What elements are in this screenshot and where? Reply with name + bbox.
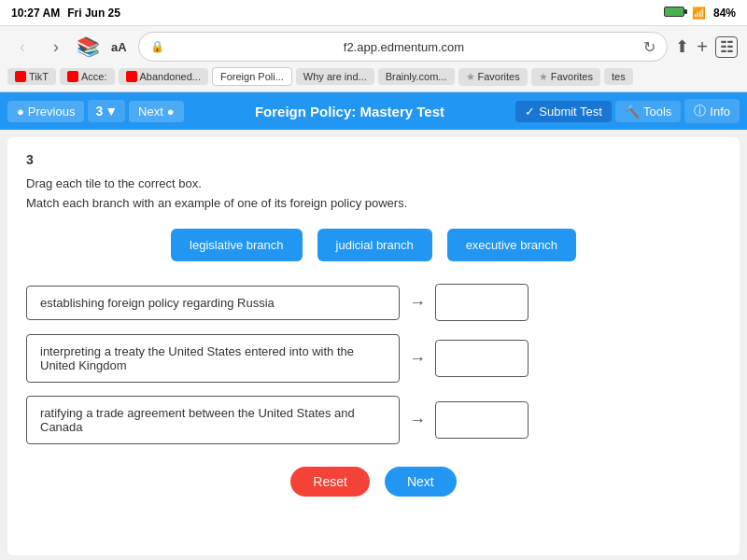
tab-favorites-1[interactable]: ★ Favorites	[458, 68, 528, 86]
check-icon: ✓	[525, 105, 535, 119]
reset-button[interactable]: Reset	[290, 467, 370, 497]
browser-top-bar: ‹ › 📚 aA 🔒 f2.app.edmentum.com ↻ ⬆ + ☷	[0, 26, 747, 67]
prompt-text: Match each branch with an example of one…	[26, 196, 721, 210]
browser-chrome: ‹ › 📚 aA 🔒 f2.app.edmentum.com ↻ ⬆ + ☷ T…	[0, 26, 747, 92]
reload-icon[interactable]: ↻	[643, 38, 655, 56]
app-toolbar: ● Previous 3 ▼ Next ● Foreign Policy: Ma…	[0, 92, 747, 130]
url-text: f2.app.edmentum.com	[170, 40, 639, 54]
drop-box-1[interactable]	[435, 284, 529, 321]
tile-executive[interactable]: executive branch	[447, 229, 576, 261]
chevron-down-icon: ▼	[105, 104, 118, 119]
forward-button[interactable]: ›	[43, 34, 69, 60]
next-button-toolbar[interactable]: Next ●	[129, 101, 184, 122]
toolbar-right-controls: ✓ Submit Test 🔨 Tools ⓘ Info	[515, 99, 740, 123]
youtube-icon	[15, 71, 26, 82]
battery-icon	[664, 7, 684, 20]
tools-button[interactable]: 🔨 Tools	[615, 101, 681, 122]
tabs-overview-icon[interactable]: ☷	[715, 36, 738, 58]
submit-test-button[interactable]: ✓ Submit Test	[515, 101, 612, 122]
arrow-icon-3: →	[409, 411, 426, 430]
new-tab-icon[interactable]: +	[697, 36, 708, 58]
url-bar[interactable]: 🔒 f2.app.edmentum.com ↻	[138, 32, 669, 62]
tile-judicial[interactable]: judicial branch	[317, 229, 432, 261]
tiles-container: legislative branch judicial branch execu…	[26, 229, 721, 261]
tab-tikt[interactable]: TikT	[7, 68, 56, 85]
star-icon: ★	[466, 71, 475, 83]
wrench-icon: 🔨	[625, 105, 640, 119]
drop-box-2[interactable]	[435, 340, 529, 377]
tab-bar: TikT Acce: Abandoned... Foreign Poli... …	[0, 67, 747, 91]
tab-tes[interactable]: tes	[604, 68, 633, 85]
item-label-2: interpreting a treaty the United States …	[26, 334, 400, 383]
arrow-icon-1: →	[409, 293, 426, 313]
status-bar: 10:27 AM Fri Jun 25 📶 84%	[0, 0, 747, 26]
next-icon: ●	[167, 105, 175, 119]
drop-row-2: interpreting a treaty the United States …	[26, 334, 721, 383]
info-button[interactable]: ⓘ Info	[684, 99, 740, 123]
tab-why[interactable]: Why are ind...	[296, 68, 374, 85]
youtube-icon-2	[67, 71, 78, 82]
question-number-selector[interactable]: 3 ▼	[88, 100, 125, 122]
tab-foreign-poli[interactable]: Foreign Poli...	[212, 67, 292, 86]
back-button[interactable]: ‹	[9, 34, 35, 60]
font-size-label[interactable]: aA	[107, 40, 131, 54]
tab-brainly[interactable]: Brainly.com...	[378, 68, 455, 85]
wifi-icon: 📶	[692, 7, 706, 20]
main-content: 3 Drag each tile to the correct box. Mat…	[7, 137, 740, 555]
arrow-icon-2: →	[409, 349, 426, 369]
previous-button[interactable]: ● Previous	[7, 101, 84, 122]
lock-icon: 🔒	[150, 40, 164, 53]
question-number: 3	[26, 152, 721, 167]
item-label-3: ratifying a trade agreement between the …	[26, 396, 400, 444]
drop-row-3: ratifying a trade agreement between the …	[26, 396, 721, 444]
drop-box-3[interactable]	[435, 401, 529, 439]
tile-legislative[interactable]: legislative branch	[171, 229, 302, 261]
bottom-buttons: Reset Next	[26, 467, 721, 497]
youtube-icon-3	[126, 71, 137, 82]
prev-icon: ●	[17, 105, 24, 119]
tab-favorites-2[interactable]: ★ Favorites	[531, 68, 600, 86]
instruction-text: Drag each tile to the correct box.	[26, 176, 721, 190]
item-label-1: establishing foreign policy regarding Ru…	[26, 286, 400, 320]
page-title: Foreign Policy: Mastery Test	[188, 104, 513, 119]
drop-row-1: establishing foreign policy regarding Ru…	[26, 284, 721, 321]
info-icon: ⓘ	[694, 103, 706, 119]
tab-abandoned[interactable]: Abandoned...	[119, 68, 208, 85]
next-button[interactable]: Next	[385, 467, 457, 497]
time-display: 10:27 AM	[11, 7, 60, 20]
reader-icon[interactable]: 📚	[77, 35, 100, 58]
battery-percent: 84%	[713, 7, 736, 20]
tab-acce[interactable]: Acce:	[60, 68, 115, 85]
date-display: Fri Jun 25	[67, 7, 120, 20]
share-icon[interactable]: ⬆	[675, 36, 689, 57]
star-icon-2: ★	[539, 71, 548, 83]
